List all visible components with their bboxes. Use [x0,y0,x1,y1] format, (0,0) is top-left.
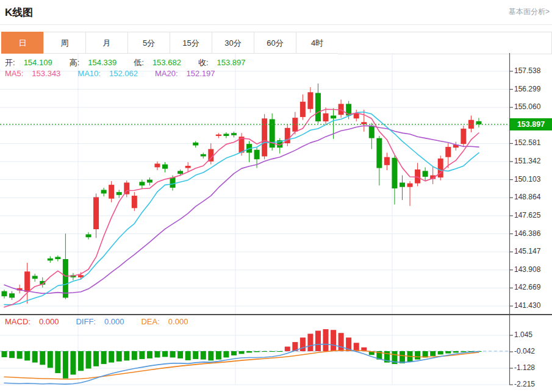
axis-tick-label: -0.042 [514,347,535,355]
axis-tick-label: 150.103 [514,175,540,184]
axis-tick-label: 156.299 [514,85,540,93]
axis-tick-label: -2.215 [514,380,535,388]
legend-item: MACD:0.000 [5,317,67,326]
legend-item: 收:153.897 [198,58,254,67]
axis-tick-label: 152.581 [514,138,540,147]
axis-tick-label: 145.147 [514,247,540,255]
axis-tick-label: 155.060 [514,102,540,111]
macd-legend: MACD:0.000DIFF:0.000DEA:0.000 [5,317,205,326]
axis-tick-label: 146.386 [514,229,540,238]
axis-tick-label: 151.342 [514,157,540,165]
axis-tick-label: 147.625 [514,211,540,219]
legend-item: 开:154.109 [5,58,61,67]
legend-item: MA20:152.197 [155,69,224,78]
legend-item: DEA:0.000 [141,317,196,326]
legend-item: 高:154.339 [70,58,126,67]
legend-item: DIFF:0.000 [76,317,132,326]
axis-tick-label: 1.045 [514,330,532,339]
legend-item: MA5:153.343 [5,69,69,78]
axis-tick-label: 141.430 [514,301,540,310]
ohlc-legend: 开:154.109高:154.339低:153.682收:153.897 [5,57,263,68]
kline-chart-widget: K线图 基本面分析> 日周月5分15分30分60分4时 开:154.109高:1… [0,0,552,392]
axis-tick-label: 143.908 [514,265,540,274]
axis-tick-label: 148.864 [514,193,540,201]
axis-tick-label: -1.128 [514,363,535,372]
legend-item: MA10:152.062 [77,69,146,78]
axis-tick-label: 157.538 [514,66,540,75]
legend-item: 低:153.682 [134,58,190,67]
axis-tick-label: 142.669 [514,283,540,291]
ma-legend: MA5:153.343MA10:152.062MA20:152.197 [5,69,232,78]
current-price-badge: 153.897 [510,118,552,130]
